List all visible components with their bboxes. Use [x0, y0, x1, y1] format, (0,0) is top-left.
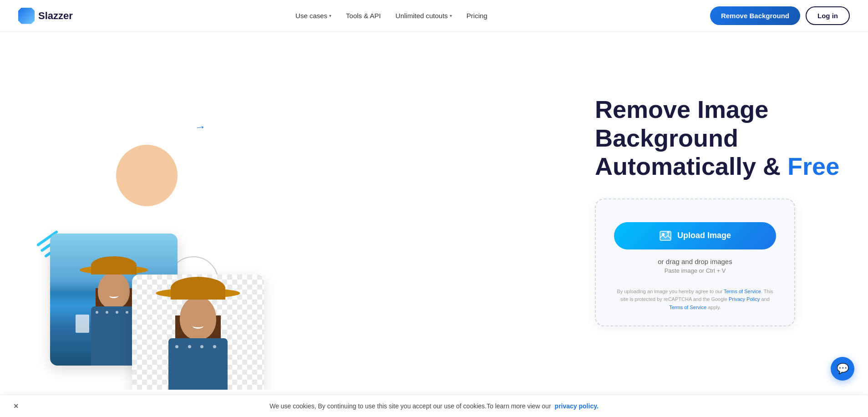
nav-pricing[interactable]: Pricing [467, 12, 487, 20]
hero-right: Remove Image Background Automatically & … [568, 95, 841, 326]
dot [188, 345, 191, 348]
deco-arrow: → [194, 120, 206, 134]
deco-circle-peach [116, 145, 178, 206]
head [98, 272, 130, 309]
smile [109, 294, 118, 298]
remove-background-button[interactable]: Remove Background [710, 6, 800, 25]
dot [200, 345, 203, 348]
login-button[interactable]: Log in [806, 6, 850, 25]
dot [96, 311, 98, 314]
upload-image-button[interactable]: Upload Image [614, 222, 776, 249]
nav-actions: Remove Background Log in [710, 6, 850, 25]
dot [213, 345, 216, 348]
body [91, 306, 137, 366]
privacy-policy-link[interactable]: Privacy Policy [729, 296, 760, 302]
cutout-person-inner [155, 288, 241, 390]
dot [106, 311, 108, 314]
nav-tools-api[interactable]: Tools & API [346, 12, 381, 20]
dot [126, 311, 128, 314]
upload-icon [659, 230, 672, 241]
logo-icon [18, 8, 35, 24]
cutout-dots [175, 345, 221, 348]
terms-of-service-link[interactable]: Terms of Service [724, 289, 761, 294]
logo-text: Slazzer [38, 10, 73, 22]
hero-heading: Remove Image Background Automatically & … [595, 95, 841, 180]
chevron-down-icon-2: ▾ [450, 13, 452, 18]
legal-text: By uploading an image you hereby agree t… [614, 288, 776, 312]
cutout-smile [193, 323, 203, 329]
hat-top [91, 256, 137, 275]
chat-bubble-button[interactable]: 💬 [831, 357, 854, 381]
dot [175, 345, 178, 348]
navbar: Slazzer Use cases ▾ Tools & API Unlimite… [0, 0, 868, 32]
upload-box: Upload Image or drag and drop images Pas… [595, 198, 795, 326]
cutout-hat-top [171, 277, 225, 300]
nav-use-cases[interactable]: Use cases ▾ [295, 12, 331, 20]
terms-of-service-link-2[interactable]: Terms of Service [669, 305, 706, 310]
nav-links: Use cases ▾ Tools & API Unlimited cutout… [295, 12, 487, 20]
dot [116, 311, 118, 314]
drag-drop-text: or drag and drop images [658, 258, 732, 265]
cutout-image [132, 275, 264, 390]
logo[interactable]: Slazzer [18, 8, 73, 24]
hero-section: → [0, 32, 868, 390]
cutout-person [132, 275, 264, 390]
chat-icon: 💬 [837, 363, 849, 375]
cutout-head [180, 296, 216, 340]
paste-hint-text: Paste image or Ctrl + V [665, 267, 726, 274]
polka-dots [96, 311, 132, 314]
chevron-down-icon: ▾ [329, 13, 331, 18]
nav-unlimited-cutouts[interactable]: Unlimited cutouts ▾ [396, 12, 452, 20]
